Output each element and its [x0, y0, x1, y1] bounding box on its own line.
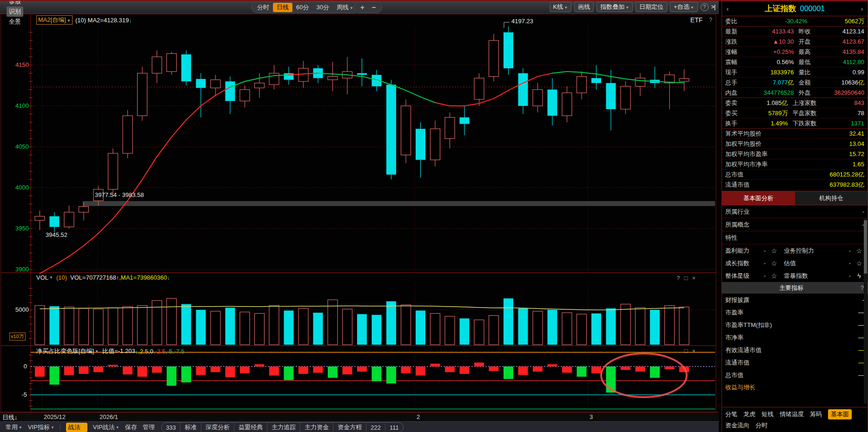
quote-value: ▲10.30 [750, 38, 794, 45]
metric-row: 市净率— [722, 331, 868, 344]
next-stock-arrow[interactable]: › [856, 5, 868, 13]
vol-ma1-value: ,MA1=739860360 [119, 274, 167, 281]
collapse-panel-icon[interactable]: >| [711, 4, 715, 10]
price-axis-label: 4000 [9, 184, 29, 191]
metric-label: 流通市值 [725, 359, 858, 367]
panel-tab-资金流向[interactable]: 资金流向 [725, 421, 749, 430]
strategy-button-主力追踪[interactable]: 主力追踪 [267, 423, 300, 432]
panel-tab-筹码[interactable]: 筹码 [810, 410, 822, 419]
info-label: 所属概念 [725, 221, 862, 229]
tab-基本面分析[interactable]: 基本面分析 [722, 191, 795, 205]
vol-pane-control-0[interactable]: ? [676, 275, 680, 281]
indicator-level-values: ,2.5,0,-2.5,-5,-7.5 [138, 348, 185, 355]
toolbar-item-诊股[interactable]: 诊股 [7, 0, 23, 7]
toolbar-button-指数叠加[interactable]: 指数叠加▼ [596, 2, 633, 12]
unit-suffix: 亿 [782, 99, 788, 106]
panel-tab-龙虎[interactable]: 龙虎 [743, 410, 755, 419]
quote-row: 现手1833976量比0.99 [722, 67, 868, 78]
zoom-out-button[interactable]: − [372, 3, 376, 12]
strategy-button-标准[interactable]: 标准 [180, 423, 201, 432]
metric-label: 市盈率TTM(扣非) [725, 321, 858, 329]
tab-机构持仓[interactable]: 机构持仓 [795, 191, 868, 205]
strategy-button-333[interactable]: 333 [162, 424, 180, 432]
strategy-button-资金方程[interactable]: 资金方程 [333, 423, 366, 432]
period-tab-30分[interactable]: 30分 [312, 3, 332, 12]
kline-chart-canvas[interactable] [0, 1, 719, 432]
vol-indicator-name[interactable]: VOL [36, 274, 48, 281]
bottom-toolbar-战法[interactable]: 战法▼ [66, 423, 87, 432]
toolbar-button-+自选[interactable]: +自选▼ [670, 2, 698, 12]
quote-label: 委买 [725, 109, 750, 118]
zoom-in-button[interactable]: + [360, 3, 364, 12]
strategy-button-111[interactable]: 111 [385, 424, 403, 432]
average-row: 加权平均市净率1.65 [722, 159, 868, 170]
toolbar-item-识别[interactable]: 识别 [7, 7, 23, 17]
strategy-button-222[interactable]: 222 [366, 424, 385, 432]
earnings-growth-link[interactable]: 收益与增长 [722, 381, 868, 393]
vol-pane-control-1[interactable]: □ [684, 275, 688, 281]
toolbar-button-画线[interactable]: 画线 [574, 2, 594, 12]
quote-rows: 委比-30.42%5062万最新4133.43昨收4123.14涨跌▲10.30… [722, 16, 868, 129]
rating-value: - [846, 247, 854, 254]
chevron-down-icon: ▼ [49, 275, 53, 280]
average-value: 680125.28亿 [830, 170, 864, 179]
chart-region[interactable]: F10诊股识别全景 分时日线60分30分周线▼ +− K线▼画线指数叠加▼日期定… [0, 1, 719, 432]
help-icon[interactable]: ? [701, 3, 709, 11]
volume-axis-label: 5000 [10, 306, 29, 313]
toolbar-button-日期定位[interactable]: 日期定位 [636, 2, 667, 12]
bottom-toolbar-VIP战法[interactable]: VIP战法▼ [93, 423, 119, 432]
ind-pane-control-1[interactable]: × [692, 347, 696, 354]
strategy-button-深度分析[interactable]: 深度分析 [201, 423, 234, 432]
bottom-toolbar-保存[interactable]: 保存 [125, 423, 137, 432]
toolbar-button-K线[interactable]: K线▼ [550, 2, 572, 12]
quote-value: 843 [827, 99, 865, 106]
panel-tab-分笔[interactable]: 分笔 [725, 410, 737, 419]
period-tab-日线[interactable]: 日线 [273, 3, 292, 12]
period-tab-分时[interactable]: 分时 [253, 3, 273, 12]
average-label: 流通市值 [725, 181, 830, 189]
vol-pane-control-2[interactable]: × [692, 275, 696, 281]
chevron-down-icon: ▼ [625, 6, 629, 10]
panel-tab-分时[interactable]: 分时 [755, 421, 768, 430]
period-indicator[interactable]: 日线↓ [2, 413, 18, 422]
date-axis: 日线↓ 2025/122026/123 [0, 412, 719, 421]
bottom-toolbar-管理[interactable]: 管理 [143, 423, 155, 432]
rating-label: 雷暴指数 [779, 272, 846, 280]
period-tab-60分[interactable]: 60分 [292, 3, 312, 12]
metric-rows: 财报披露-市盈率—市盈率TTM(扣非)—市净率—有效流通市值—流通市值—总市值— [722, 294, 868, 381]
quote-row: 涨幅+0.25%最高4135.84 [722, 47, 868, 57]
ind-pane-control-0[interactable]: □ [684, 347, 688, 354]
quote-value: 4133.43 [750, 28, 794, 35]
quote-row: 最新4133.43昨收4123.14 [722, 26, 868, 37]
help-icon[interactable]: ? [709, 17, 712, 23]
quote-label: 涨跌 [725, 38, 750, 46]
rating-value: - [761, 272, 769, 279]
scrollbar-thumb[interactable] [864, 220, 867, 274]
ma2-indicator-dropdown[interactable]: MA2[自编]▼ [36, 15, 73, 25]
indicator-name[interactable]: 净买占比变色版[自编] [36, 347, 94, 355]
strategy-button-益盟经典[interactable]: 益盟经典 [234, 423, 267, 432]
strategy-button-主力资金[interactable]: 主力资金 [300, 423, 333, 432]
volume-label-row: VOL ▼ (10) VOL=707727168 ↑ ,MA1=73986036… [36, 274, 170, 281]
bottom-toolbar-VIP指标[interactable]: VIP指标▼ [28, 423, 54, 432]
panel-tab-情绪温度[interactable]: 情绪温度 [780, 410, 804, 419]
quote-label: 最高 [799, 48, 821, 56]
panel-tab-基本面[interactable]: 基本面 [828, 409, 852, 419]
date-tick-3: 3 [590, 413, 593, 420]
etf-label[interactable]: ETF [690, 16, 702, 24]
prev-stock-arrow[interactable]: ‹ [722, 5, 733, 13]
zoom-button-group: +− [354, 2, 382, 13]
analysis-tabs: 基本面分析机构持仓 [722, 191, 868, 205]
metric-label: 财报披露 [725, 296, 862, 304]
help-icon[interactable]: ? [861, 285, 864, 291]
rating-value: - [761, 260, 769, 267]
panel-scrollbar[interactable] [864, 218, 867, 404]
chevron-down-icon: ▼ [95, 349, 99, 353]
indicator-axis-label: 0 [13, 363, 27, 370]
period-dropdown-weekly[interactable]: 周线▼ [333, 3, 357, 12]
bottom-toolbar-常用[interactable]: 常用▼ [6, 423, 22, 432]
bottom-toolbar: 常用▼VIP指标▼战法▼VIP战法▼保存管理 333标准深度分析益盟经典主力追踪… [0, 421, 719, 432]
panel-tab-短线[interactable]: 短线 [762, 410, 774, 419]
unit-suffix: 亿 [858, 79, 864, 86]
toolbar-item-全景[interactable]: 全景 [7, 17, 23, 27]
